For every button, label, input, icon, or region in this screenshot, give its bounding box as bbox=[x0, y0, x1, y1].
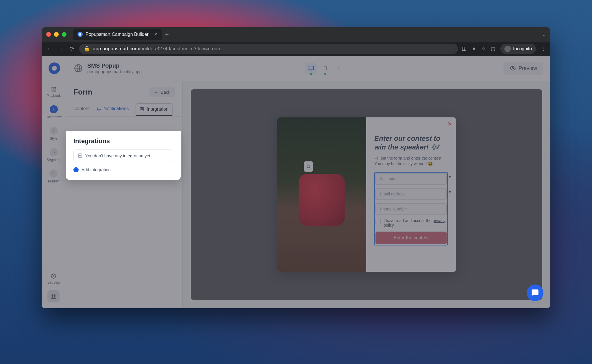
preview-label: Preview bbox=[519, 65, 537, 71]
delete-element-tooltip[interactable] bbox=[304, 161, 313, 172]
chat-widget-button[interactable] bbox=[527, 284, 543, 301]
url-host: app.popupsmart.com bbox=[93, 46, 139, 51]
lock-icon: 🔒 bbox=[84, 46, 90, 52]
svg-rect-2 bbox=[324, 66, 326, 70]
sidebar-item-customize[interactable]: 1 Customize bbox=[45, 105, 62, 119]
svg-rect-11 bbox=[78, 154, 82, 157]
sidebar-label: Style bbox=[50, 136, 58, 141]
svg-rect-10 bbox=[140, 108, 144, 111]
app-content: SMS Popup demopopupsmart.netlify.app ⋮ P… bbox=[42, 56, 550, 308]
popup-name: SMS Popup bbox=[87, 62, 142, 69]
url-bar[interactable]: 🔒 app.popupsmart.com/builder/32749/custo… bbox=[79, 44, 458, 54]
step-badge: 1 bbox=[50, 105, 58, 113]
app-logo[interactable] bbox=[49, 62, 60, 74]
popup-close-icon[interactable]: ✕ bbox=[447, 121, 452, 127]
trash-icon bbox=[306, 164, 310, 168]
back-label: Back bbox=[161, 90, 170, 95]
popover-title: Integrations bbox=[73, 137, 173, 145]
back-button[interactable]: ← Back bbox=[149, 87, 175, 97]
popup-heading[interactable]: Enter our contest to win the speaker! 🎶 bbox=[374, 134, 448, 151]
svg-rect-9 bbox=[51, 295, 56, 298]
step-badge: 3 bbox=[50, 148, 58, 156]
incognito-icon bbox=[504, 46, 511, 52]
kebab-menu-icon[interactable]: ⋮ bbox=[541, 46, 546, 51]
svg-rect-7 bbox=[54, 90, 56, 91]
privacy-checkbox-row[interactable]: I have read and accept the privacy polic… bbox=[375, 218, 447, 228]
minimize-window-button[interactable] bbox=[54, 32, 59, 37]
gear-icon bbox=[51, 274, 56, 279]
url-path: /builder/32749/customize?flow=create bbox=[139, 46, 222, 51]
speaker-graphic bbox=[299, 174, 345, 226]
email-input[interactable]: Email address bbox=[375, 188, 447, 200]
required-icon: * bbox=[449, 190, 451, 196]
tab-content[interactable]: Content bbox=[73, 103, 90, 116]
traffic-lights bbox=[46, 32, 66, 37]
submit-button[interactable]: Enter the contest bbox=[375, 232, 447, 244]
sidebar-item-style[interactable]: 2 Style bbox=[50, 127, 58, 141]
add-integration-label: Add integration bbox=[82, 167, 111, 172]
canvas-inner[interactable]: ✕ Enter our contest to win the speaker! … bbox=[191, 89, 542, 300]
desktop-icon bbox=[308, 65, 314, 71]
svg-rect-4 bbox=[52, 87, 53, 89]
chevron-down-icon[interactable]: ⌄ bbox=[542, 32, 546, 37]
forward-icon[interactable]: → bbox=[57, 45, 64, 52]
sidebar-item-settings[interactable]: Settings bbox=[47, 274, 60, 284]
tab-integration[interactable]: Integration bbox=[136, 103, 173, 116]
browser-tab[interactable]: Popupsmart Campaign Builder ✕ bbox=[73, 29, 162, 40]
sidebar-label: Publish bbox=[48, 179, 59, 183]
new-tab-button[interactable]: + bbox=[165, 31, 169, 38]
add-integration-button[interactable]: + Add integration bbox=[73, 167, 173, 172]
preview-button[interactable]: Preview bbox=[504, 62, 543, 75]
popup-domain: demopopupsmart.netlify.app bbox=[87, 69, 142, 74]
chat-icon bbox=[531, 289, 539, 297]
panel-title: Form bbox=[73, 88, 92, 97]
key-icon[interactable]: ⚿ bbox=[462, 46, 467, 51]
kebab-menu-icon[interactable]: ⋮ bbox=[336, 66, 341, 71]
svg-point-8 bbox=[53, 275, 54, 277]
tab-close-icon[interactable]: ✕ bbox=[154, 32, 158, 37]
sidebar-item-publish[interactable]: 4 Publish bbox=[48, 169, 59, 183]
popup-preview: ✕ Enter our contest to win the speaker! … bbox=[277, 117, 456, 272]
eye-off-icon[interactable]: 👁 bbox=[472, 46, 476, 51]
svg-rect-1 bbox=[308, 66, 313, 70]
maximize-window-button[interactable] bbox=[62, 32, 66, 37]
star-icon[interactable]: ☆ bbox=[482, 46, 486, 51]
phone-input[interactable]: Phone Number bbox=[375, 203, 447, 215]
svg-point-3 bbox=[512, 68, 513, 69]
sidebar-label: Segment bbox=[47, 158, 60, 162]
desktop-device-button[interactable] bbox=[305, 63, 317, 74]
step-badge: 2 bbox=[50, 127, 58, 135]
sidebar-item-playbook[interactable]: Playbook bbox=[47, 87, 61, 98]
popup-description[interactable]: Fill out the form and enter the contest.… bbox=[374, 156, 448, 167]
app-header: SMS Popup demopopupsmart.netlify.app ⋮ P… bbox=[42, 56, 550, 81]
required-icon: * bbox=[449, 175, 451, 181]
canvas: ✕ Enter our contest to win the speaker! … bbox=[183, 81, 550, 308]
svg-rect-6 bbox=[52, 90, 53, 91]
close-window-button[interactable] bbox=[46, 32, 51, 37]
tab-notifications[interactable]: Notifications bbox=[97, 103, 129, 116]
step-badge: 4 bbox=[49, 169, 58, 178]
arrow-left-icon: ← bbox=[154, 90, 158, 95]
sidebar-label: Settings bbox=[47, 280, 60, 284]
empty-state-box: You don't have any integration yet bbox=[73, 149, 173, 162]
checkbox-icon[interactable] bbox=[375, 219, 381, 224]
workspace-button[interactable] bbox=[47, 290, 60, 302]
back-icon[interactable]: ← bbox=[46, 45, 53, 52]
incognito-badge[interactable]: Incognito bbox=[500, 44, 536, 54]
browser-toolbar: ← → ⟳ 🔒 app.popupsmart.com/builder/32749… bbox=[42, 42, 550, 56]
plus-circle-icon: + bbox=[73, 167, 79, 172]
integration-icon bbox=[78, 153, 82, 158]
editor-panel: Form ← Back Content Notifications Integr… bbox=[66, 81, 183, 308]
mobile-device-button[interactable] bbox=[319, 63, 331, 74]
briefcase-icon bbox=[51, 293, 56, 299]
fullname-input[interactable]: Full name bbox=[375, 173, 447, 185]
selected-form-block[interactable]: Full name * Email address * Phone Number bbox=[374, 172, 448, 245]
popup-image[interactable] bbox=[277, 117, 366, 272]
grid-icon bbox=[51, 87, 56, 92]
browser-titlebar: Popupsmart Campaign Builder ✕ + ⌄ bbox=[42, 27, 550, 42]
svg-rect-5 bbox=[54, 87, 56, 89]
eye-icon bbox=[510, 65, 516, 71]
reload-icon[interactable]: ⟳ bbox=[68, 45, 75, 52]
panel-icon[interactable]: ▢ bbox=[491, 46, 495, 51]
sidebar-item-segment[interactable]: 3 Segment bbox=[47, 148, 60, 162]
